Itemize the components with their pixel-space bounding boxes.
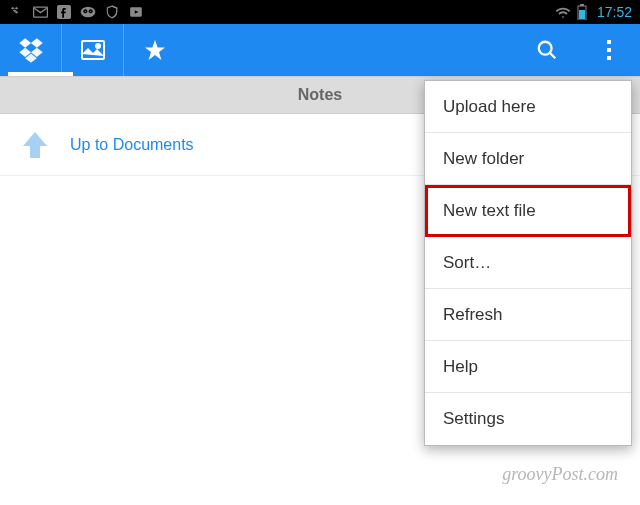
search-button[interactable] — [516, 24, 578, 76]
menu-item-new-folder[interactable]: New folder — [425, 133, 631, 185]
active-tab-indicator — [8, 72, 73, 76]
overflow-menu: Upload here New folder New text file Sor… — [424, 80, 632, 446]
svg-point-12 — [96, 44, 100, 48]
dropbox-notif-icon — [8, 4, 24, 20]
overflow-menu-button[interactable] — [578, 24, 640, 76]
wifi-icon — [555, 4, 571, 20]
menu-item-label: Refresh — [443, 305, 503, 325]
watermark: groovyPost.com — [502, 464, 618, 485]
status-time: 17:52 — [597, 4, 632, 20]
svg-rect-11 — [82, 41, 104, 59]
mail-notif-icon — [32, 4, 48, 20]
menu-item-label: Sort… — [443, 253, 491, 273]
photos-tab[interactable] — [62, 24, 124, 76]
menu-item-label: New folder — [443, 149, 524, 169]
menu-item-label: Upload here — [443, 97, 536, 117]
menu-item-label: Settings — [443, 409, 504, 429]
play-notif-icon — [128, 4, 144, 20]
status-bar: 17:52 — [0, 0, 640, 24]
facebook-notif-icon — [56, 4, 72, 20]
action-bar — [0, 24, 640, 76]
up-arrow-icon — [18, 128, 52, 162]
menu-item-label: New text file — [443, 201, 536, 221]
menu-item-upload-here[interactable]: Upload here — [425, 81, 631, 133]
svg-rect-17 — [607, 56, 611, 60]
svg-rect-16 — [607, 48, 611, 52]
svg-point-2 — [81, 7, 96, 18]
battery-icon — [577, 4, 587, 20]
menu-item-sort[interactable]: Sort… — [425, 237, 631, 289]
svg-rect-10 — [579, 10, 585, 19]
svg-point-6 — [90, 11, 91, 12]
menu-item-refresh[interactable]: Refresh — [425, 289, 631, 341]
menu-item-label: Help — [443, 357, 478, 377]
svg-point-13 — [539, 42, 552, 55]
up-navigation-label: Up to Documents — [70, 136, 194, 154]
dropbox-tab[interactable] — [0, 24, 62, 76]
svg-line-14 — [550, 53, 556, 59]
menu-item-help[interactable]: Help — [425, 341, 631, 393]
shield-notif-icon — [104, 4, 120, 20]
menu-item-new-text-file[interactable]: New text file — [425, 185, 631, 237]
svg-point-5 — [85, 11, 86, 12]
favorites-tab[interactable] — [124, 24, 186, 76]
owl-notif-icon — [80, 4, 96, 20]
svg-rect-15 — [607, 40, 611, 44]
menu-item-settings[interactable]: Settings — [425, 393, 631, 445]
